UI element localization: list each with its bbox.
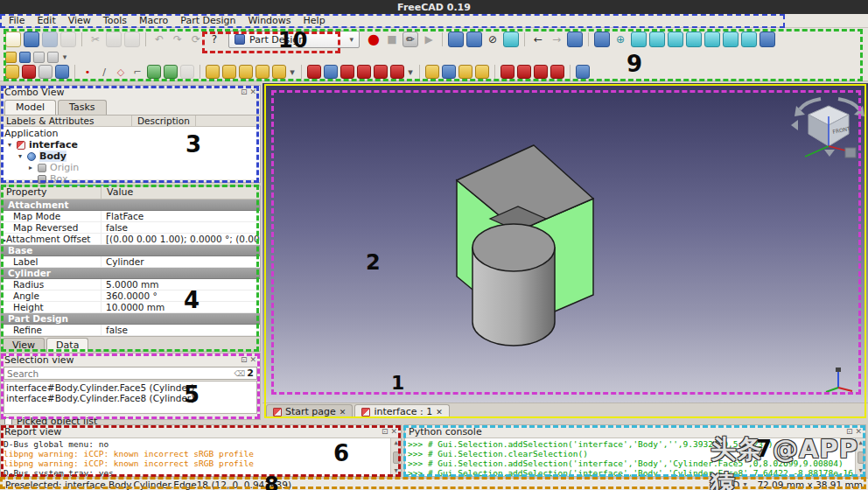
menu-edit[interactable]: Edit (37, 15, 55, 26)
navigation-cube[interactable]: FRONT (788, 90, 868, 169)
local-coordinate-system-icon[interactable]: ⌐ (130, 65, 144, 79)
undo-icon[interactable]: ↶ (151, 32, 167, 47)
tab-data[interactable]: Data (46, 338, 88, 352)
additive-pipe-icon[interactable] (256, 65, 270, 79)
make-sub-link-icon[interactable] (47, 52, 59, 63)
datum-plane-icon[interactable]: ◇ (114, 65, 128, 79)
tree-item-origin[interactable]: ▸ Origin (1, 162, 260, 173)
float-panel-icon[interactable]: ⊡ (241, 88, 248, 96)
boolean-icon[interactable] (576, 65, 590, 79)
mirrored-icon[interactable] (425, 65, 439, 79)
close-tab-icon[interactable]: ✕ (436, 408, 443, 416)
draw-style-icon[interactable] (503, 32, 519, 47)
menu-file[interactable]: File (9, 15, 24, 26)
nav-forward-icon[interactable]: → (549, 32, 564, 47)
measure-distance-icon[interactable] (760, 32, 775, 47)
std-part-icon[interactable] (5, 52, 17, 63)
tab-tasks[interactable]: Tasks (58, 100, 106, 115)
tab-interface-document[interactable]: interface : 1 ✕ (354, 404, 449, 418)
tree-item-body[interactable]: ▾ Body (1, 150, 260, 162)
macro-edit-icon[interactable]: ✏ (402, 32, 418, 47)
subtractive-dropdown-icon[interactable]: ▾ (407, 65, 414, 79)
property-row-attachment-offset[interactable]: ▸Attachment Offset [(0.00 0.00 1.00); 0.… (1, 234, 260, 245)
selection-item[interactable]: interface#Body.Cylinder.Face8 (Cylinder) (6, 393, 255, 403)
save-icon[interactable] (42, 32, 58, 47)
pocket-icon[interactable] (307, 65, 321, 79)
property-row-map-mode[interactable]: Map Mode FlatFace (1, 211, 260, 222)
tab-model[interactable]: Model (4, 100, 56, 115)
datum-line-icon[interactable]: / (97, 65, 111, 79)
box-selection-icon[interactable] (448, 32, 464, 47)
subtractive-pipe-icon[interactable] (374, 65, 388, 79)
view-right-icon[interactable] (668, 32, 683, 47)
report-scrollbar[interactable]: ▲ ▼ (390, 438, 401, 476)
property-group-part-design[interactable]: Part Design (1, 313, 260, 325)
close-tab-icon[interactable]: ✕ (340, 408, 346, 416)
polar-pattern-icon[interactable] (458, 65, 472, 79)
macro-stop-icon[interactable]: ■ (384, 32, 400, 47)
property-row-height[interactable]: Height 10.0000 mm (1, 302, 260, 313)
whats-this-icon[interactable]: ? (206, 32, 222, 47)
additive-primitive-icon[interactable] (272, 65, 286, 79)
fillet-icon[interactable] (500, 65, 514, 79)
macro-record-icon[interactable]: ● (366, 32, 382, 47)
view-front-icon[interactable] (631, 32, 647, 47)
property-group-base[interactable]: Base (1, 245, 260, 256)
property-column-header[interactable]: Property (1, 186, 102, 199)
copy-icon[interactable] (106, 32, 122, 47)
close-panel-icon[interactable]: ✕ (855, 427, 862, 436)
tab-start-page[interactable]: Start page ✕ (266, 404, 353, 418)
search-icon[interactable] (466, 32, 482, 47)
tree-item-box[interactable]: Box (1, 173, 260, 185)
subtractive-primitive-icon[interactable] (390, 65, 404, 79)
std-group-icon[interactable] (19, 52, 31, 63)
property-row-label[interactable]: Label Cylinder (1, 256, 260, 268)
search-input[interactable] (7, 368, 234, 379)
collapse-icon[interactable]: ▾ (6, 141, 13, 149)
edit-sketch-icon[interactable] (38, 65, 52, 79)
paste-icon[interactable] (124, 32, 140, 47)
property-row-map-reversed[interactable]: Map Reversed false (1, 222, 260, 234)
close-panel-icon[interactable]: ✕ (249, 355, 256, 364)
clipping-plane-icon[interactable]: ⊘ (485, 32, 500, 47)
menu-windows[interactable]: Windows (248, 15, 290, 26)
refresh-icon[interactable]: ⟳ (188, 32, 204, 47)
cut-icon[interactable]: ✂ (88, 32, 103, 47)
workbench-selector[interactable]: Part Design ▾ (228, 31, 360, 48)
expand-icon[interactable]: ▸ (27, 164, 34, 172)
column-labels-attributes[interactable]: Labels & Attributes (1, 116, 132, 126)
make-link-icon[interactable] (33, 52, 45, 63)
menu-part-design[interactable]: Part Design (180, 15, 235, 26)
ghost-icon[interactable] (180, 65, 194, 79)
property-row-radius[interactable]: Radius 5.0000 mm (1, 279, 260, 290)
subtractive-loft-icon[interactable] (357, 65, 371, 79)
map-sketch-icon[interactable] (55, 65, 69, 79)
linear-pattern-icon[interactable] (442, 65, 456, 79)
nav-back-icon[interactable]: ← (530, 32, 546, 47)
datum-point-icon[interactable]: • (80, 65, 94, 79)
additive-loft-icon[interactable] (239, 65, 253, 79)
close-panel-icon[interactable]: ✕ (390, 427, 397, 436)
additive-dropdown-icon[interactable]: ▾ (289, 65, 296, 79)
groove-icon[interactable] (340, 65, 354, 79)
view-rear-icon[interactable] (686, 32, 702, 47)
float-panel-icon[interactable]: ⊡ (382, 427, 388, 436)
python-console-scrollbar[interactable]: ▲ ▼ (855, 438, 865, 476)
menu-tools[interactable]: Tools (103, 15, 127, 26)
3d-model[interactable] (402, 122, 648, 368)
menu-view[interactable]: View (68, 15, 91, 26)
link-dropdown-icon[interactable]: ▾ (61, 52, 68, 63)
close-panel-icon[interactable]: ✕ (249, 88, 256, 96)
view-top-icon[interactable] (649, 32, 665, 47)
value-column-header[interactable]: Value (102, 186, 138, 199)
menu-help[interactable]: Help (304, 15, 326, 26)
view-left-icon[interactable] (723, 32, 738, 47)
view-axo-icon[interactable] (741, 32, 757, 47)
hole-icon[interactable] (324, 65, 338, 79)
collapse-icon[interactable]: ▾ (17, 152, 24, 160)
create-sketch-icon[interactable] (22, 65, 36, 79)
property-group-attachment[interactable]: Attachment (1, 200, 260, 211)
column-description[interactable]: Description (132, 116, 196, 126)
revolution-icon[interactable] (222, 65, 236, 79)
tab-view[interactable]: View (3, 338, 45, 352)
